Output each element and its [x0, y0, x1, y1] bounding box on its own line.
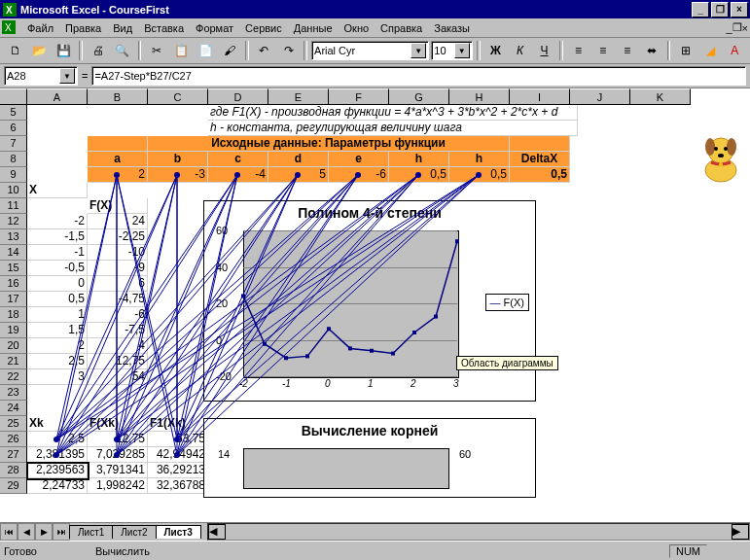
- row-header-14[interactable]: 14: [0, 245, 27, 261]
- cell-B9[interactable]: 2: [88, 167, 148, 183]
- cell-A28[interactable]: 2,239563: [27, 463, 88, 478]
- cell-G9[interactable]: 0,5: [389, 167, 449, 183]
- save-button[interactable]: 💾: [53, 39, 75, 62]
- chevron-down-icon[interactable]: ▼: [411, 43, 426, 58]
- doc-close-button[interactable]: ×: [742, 22, 748, 34]
- menu-format[interactable]: Формат: [190, 20, 239, 36]
- print-button[interactable]: 🖨: [87, 39, 109, 62]
- bold-button[interactable]: Ж: [484, 39, 507, 62]
- undo-button[interactable]: ↶: [253, 39, 275, 62]
- cell-B25[interactable]: F(Xk): [88, 416, 148, 432]
- row-header-10[interactable]: 10: [0, 183, 27, 198]
- tab-nav-last[interactable]: ⏭: [53, 523, 70, 541]
- cell-A16[interactable]: 0: [27, 276, 88, 292]
- sheet-tab-1[interactable]: Лист1: [69, 525, 113, 539]
- cell-B27[interactable]: 7,029285: [88, 447, 148, 463]
- name-box[interactable]: A28▼: [4, 66, 78, 86]
- worksheet-grid[interactable]: ABCDEFGHIJK 5678910111213141516171819202…: [0, 88, 750, 522]
- redo-button[interactable]: ↷: [277, 39, 300, 62]
- select-all-corner[interactable]: [0, 88, 27, 105]
- cells-area[interactable]: где F1(X) - производная функции = 4*a*x^…: [27, 105, 750, 522]
- sheet-tab-3[interactable]: Лист3: [156, 525, 201, 539]
- cell-A20[interactable]: 2: [27, 338, 88, 354]
- cell-C28[interactable]: 36,29213: [148, 463, 208, 478]
- cell-A12[interactable]: -2: [27, 214, 88, 229]
- cell-A29[interactable]: 2,24733: [27, 478, 88, 494]
- menu-file[interactable]: Файл: [21, 20, 59, 36]
- cell-A13[interactable]: -1,5: [27, 229, 88, 245]
- col-header-F[interactable]: F: [329, 88, 389, 105]
- row-header-9[interactable]: 9: [0, 167, 27, 183]
- cell-C8[interactable]: b: [148, 152, 208, 167]
- cell-C29[interactable]: 32,36788: [148, 478, 208, 494]
- col-header-K[interactable]: K: [630, 88, 691, 105]
- cell-C7[interactable]: Исходные данные: Параметры функции: [148, 136, 510, 152]
- cell-B26[interactable]: 12,75: [88, 432, 148, 447]
- cell-I7[interactable]: [510, 136, 570, 152]
- doc-restore-button[interactable]: ❐: [732, 21, 742, 34]
- cell-A10[interactable]: X: [27, 183, 88, 198]
- cell-B29[interactable]: 1,998242: [88, 478, 148, 494]
- tab-nav-prev[interactable]: ◀: [18, 523, 35, 541]
- chart-roots[interactable]: Вычисление корней1460: [203, 418, 536, 498]
- col-header-E[interactable]: E: [268, 88, 329, 105]
- cell-B8[interactable]: a: [88, 152, 148, 167]
- font-color-button[interactable]: A: [724, 39, 746, 62]
- cell-G8[interactable]: h: [389, 152, 449, 167]
- row-header-25[interactable]: 25: [0, 416, 27, 432]
- row-header-11[interactable]: 11: [0, 198, 27, 214]
- cell-D9[interactable]: -4: [208, 167, 268, 183]
- cell-B11[interactable]: F(X): [88, 198, 148, 214]
- col-header-A[interactable]: A: [27, 88, 88, 105]
- cell-A21[interactable]: 2,5: [27, 354, 88, 369]
- menu-view[interactable]: Вид: [107, 20, 138, 36]
- cell-A18[interactable]: 1: [27, 307, 88, 323]
- minimize-button[interactable]: _: [692, 2, 709, 18]
- cell-H8[interactable]: h: [449, 152, 510, 167]
- merge-button[interactable]: ⬌: [640, 39, 662, 62]
- menu-data[interactable]: Данные: [288, 20, 339, 36]
- cell-C27[interactable]: 42,94942: [148, 447, 208, 463]
- cell-A15[interactable]: -0,5: [27, 261, 88, 276]
- cell-B14[interactable]: -10: [88, 245, 148, 261]
- row-header-5[interactable]: 5: [0, 105, 27, 121]
- cell-B18[interactable]: -6: [88, 307, 148, 323]
- menu-orders[interactable]: Заказы: [428, 20, 476, 36]
- cell-B22[interactable]: 54: [88, 369, 148, 385]
- cell-B20[interactable]: 4: [88, 338, 148, 354]
- menu-help[interactable]: Справка: [375, 20, 428, 36]
- preview-button[interactable]: 🔍: [111, 39, 133, 62]
- cell-A14[interactable]: -1: [27, 245, 88, 261]
- row-header-13[interactable]: 13: [0, 229, 27, 245]
- row-header-26[interactable]: 26: [0, 432, 27, 447]
- cell-D5[interactable]: где F1(X) - производная функции = 4*a*x^…: [208, 105, 578, 121]
- row-header-19[interactable]: 19: [0, 323, 27, 338]
- cell-A19[interactable]: 1,5: [27, 323, 88, 338]
- cell-A25[interactable]: Xk: [27, 416, 88, 432]
- cell-H9[interactable]: 0,5: [449, 167, 510, 183]
- row-header-20[interactable]: 20: [0, 338, 27, 354]
- chevron-down-icon[interactable]: ▼: [59, 68, 75, 84]
- cell-C25[interactable]: F1(Xk): [148, 416, 208, 432]
- cell-I9[interactable]: 0,5: [510, 167, 570, 183]
- cell-D6[interactable]: h - константа, регулирующая величину шаг…: [208, 121, 578, 136]
- row-header-24[interactable]: 24: [0, 401, 27, 416]
- align-center-button[interactable]: ≡: [591, 39, 614, 62]
- col-header-C[interactable]: C: [148, 88, 208, 105]
- row-header-7[interactable]: 7: [0, 136, 27, 152]
- col-header-G[interactable]: G: [389, 88, 449, 105]
- row-header-23[interactable]: 23: [0, 385, 27, 401]
- row-header-8[interactable]: 8: [0, 152, 27, 167]
- cell-B7[interactable]: [88, 136, 148, 152]
- menu-edit[interactable]: Правка: [59, 20, 107, 36]
- restore-button[interactable]: ❐: [711, 2, 729, 18]
- cell-B16[interactable]: 6: [88, 276, 148, 292]
- cell-C26[interactable]: 53,75: [148, 432, 208, 447]
- col-header-H[interactable]: H: [449, 88, 510, 105]
- chart-polynomial[interactable]: Полином 4-й степени-200204060-2-10123— F…: [203, 200, 536, 402]
- row-header-21[interactable]: 21: [0, 354, 27, 369]
- menu-tools[interactable]: Сервис: [239, 20, 288, 36]
- cell-B19[interactable]: -7,5: [88, 323, 148, 338]
- cell-B17[interactable]: -4,75: [88, 292, 148, 307]
- cell-I8[interactable]: DeltaX: [510, 152, 570, 167]
